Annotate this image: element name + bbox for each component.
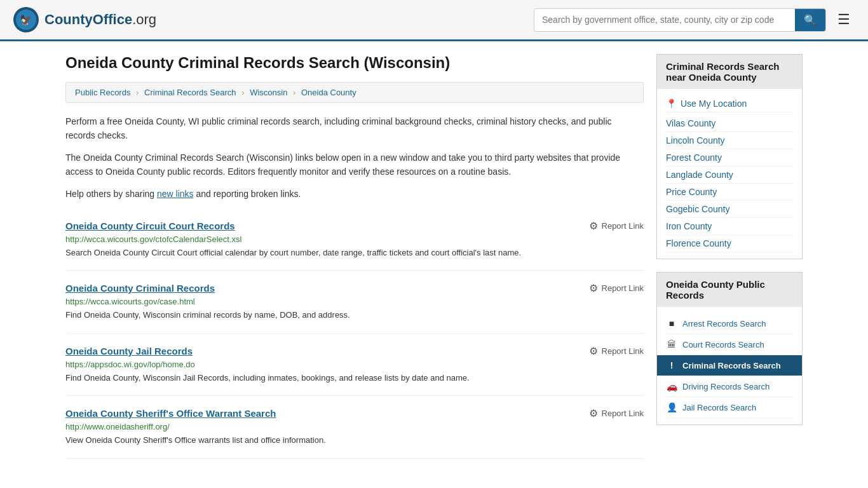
public-records-section: Oneida County Public Records ■ Arrest Re…: [656, 272, 803, 425]
list-item: Lincoln County: [666, 132, 793, 149]
main-container: Oneida County Criminal Records Search (W…: [53, 41, 815, 471]
report-link-0[interactable]: ⚙ Report Link: [589, 220, 644, 232]
report-link-3[interactable]: ⚙ Report Link: [589, 407, 644, 419]
nearby-section: Criminal Records Search near Oneida Coun…: [656, 54, 803, 259]
svg-text:🦅: 🦅: [20, 14, 32, 26]
court-icon: 🏛: [666, 339, 677, 349]
county-link-2[interactable]: Forest County: [666, 152, 722, 163]
list-item[interactable]: 🏛 Court Records Search: [666, 334, 793, 355]
menu-button[interactable]: ☰: [832, 9, 855, 30]
search-button[interactable]: 🔍: [795, 9, 825, 31]
record-url-1: https://wcca.wicourts.gov/case.html: [65, 297, 644, 306]
county-link-5[interactable]: Gogebic County: [666, 204, 729, 214]
arrest-records-link[interactable]: Arrest Records Search: [682, 319, 766, 329]
record-title-3[interactable]: Oneida County Sheriff's Office Warrant S…: [65, 408, 276, 419]
breadcrumb-wisconsin[interactable]: Wisconsin: [250, 88, 287, 97]
record-desc-2: Find Oneida County, Wisconsin Jail Recor…: [65, 372, 644, 384]
list-item[interactable]: ■ Arrest Records Search: [666, 313, 793, 334]
county-link-7[interactable]: Florence County: [666, 238, 731, 248]
content-area: Oneida County Criminal Records Search (W…: [65, 54, 644, 459]
use-my-location[interactable]: 📍 Use My Location: [666, 95, 793, 112]
list-item: Price County: [666, 184, 793, 201]
list-item[interactable]: 🚗 Driving Records Search: [666, 376, 793, 397]
site-logo-icon: 🦅: [13, 6, 39, 33]
public-records-section-title: Oneida County Public Records: [656, 272, 803, 307]
site-header: 🦅 CountyOffice.org 🔍 ☰: [0, 0, 868, 41]
criminal-icon: !: [666, 360, 677, 370]
location-pin-icon: 📍: [666, 98, 677, 109]
record-url-0: http://wcca.wicourts.gov/ctofcCalendarSe…: [65, 234, 644, 244]
list-item: Iron County: [666, 218, 793, 235]
driving-icon: 🚗: [666, 381, 677, 391]
report-icon-1: ⚙: [589, 282, 598, 294]
county-link-3[interactable]: Langlade County: [666, 170, 733, 180]
county-link-4[interactable]: Price County: [666, 187, 717, 197]
list-item: Gogebic County: [666, 201, 793, 218]
public-records-list: ■ Arrest Records Search 🏛 Court Records …: [666, 313, 793, 418]
list-item: Forest County: [666, 149, 793, 166]
description-1: Perform a free Oneida County, WI public …: [65, 114, 644, 143]
breadcrumb-oneida-county[interactable]: Oneida County: [301, 88, 356, 97]
jail-records-link[interactable]: Jail Records Search: [682, 403, 756, 412]
sidebar: Criminal Records Search near Oneida Coun…: [656, 54, 803, 459]
public-records-section-content: ■ Arrest Records Search 🏛 Court Records …: [656, 307, 803, 425]
record-entry: Oneida County Criminal Records ⚙ Report …: [65, 271, 644, 334]
logo-area: 🦅 CountyOffice.org: [13, 6, 156, 33]
record-entry: Oneida County Sheriff's Office Warrant S…: [65, 396, 644, 459]
header-right: 🔍 ☰: [534, 8, 855, 32]
report-icon-0: ⚙: [589, 220, 598, 232]
list-item: Florence County: [666, 235, 793, 252]
report-link-1[interactable]: ⚙ Report Link: [589, 282, 644, 294]
record-desc-1: Find Oneida County, Wisconsin criminal r…: [65, 309, 644, 322]
arrest-icon: ■: [666, 318, 677, 329]
record-title-1[interactable]: Oneida County Criminal Records: [65, 283, 215, 294]
record-entry: Oneida County Circuit Court Records ⚙ Re…: [65, 208, 644, 271]
list-item[interactable]: 👤 Jail Records Search: [666, 397, 793, 418]
report-icon-2: ⚙: [589, 345, 598, 357]
record-url-2: https://appsdoc.wi.gov/lop/home.do: [65, 360, 644, 369]
description-2: The Oneida County Criminal Records Searc…: [65, 151, 644, 179]
county-link-1[interactable]: Lincoln County: [666, 135, 725, 146]
driving-records-link[interactable]: Driving Records Search: [682, 382, 770, 391]
breadcrumb: Public Records › Criminal Records Search…: [65, 82, 644, 103]
criminal-records-link[interactable]: Criminal Records Search: [682, 361, 781, 370]
search-input[interactable]: [534, 10, 795, 30]
breadcrumb-public-records[interactable]: Public Records: [75, 88, 130, 97]
description-3: Help others by sharing new links and rep…: [65, 187, 644, 201]
list-item: Langlade County: [666, 166, 793, 184]
nearby-section-title: Criminal Records Search near Oneida Coun…: [656, 54, 803, 89]
report-link-2[interactable]: ⚙ Report Link: [589, 345, 644, 357]
page-title: Oneida County Criminal Records Search (W…: [65, 54, 644, 72]
nearby-section-content: 📍 Use My Location Vilas County Lincoln C…: [656, 89, 803, 259]
court-records-link[interactable]: Court Records Search: [682, 340, 764, 349]
county-link-0[interactable]: Vilas County: [666, 118, 715, 128]
record-url-3: http://www.oneidasheriff.org/: [65, 422, 644, 431]
new-links-link[interactable]: new links: [157, 189, 194, 199]
record-title-2[interactable]: Oneida County Jail Records: [65, 346, 193, 356]
record-title-0[interactable]: Oneida County Circuit Court Records: [65, 220, 235, 231]
list-item: Vilas County: [666, 115, 793, 132]
report-icon-3: ⚙: [589, 407, 598, 419]
record-desc-3: View Oneida County Sheriff's Office warr…: [65, 434, 644, 447]
breadcrumb-criminal-records-search[interactable]: Criminal Records Search: [144, 88, 236, 97]
jail-icon: 👤: [666, 402, 677, 412]
record-entry: Oneida County Jail Records ⚙ Report Link…: [65, 334, 644, 396]
county-link-6[interactable]: Iron County: [666, 221, 712, 231]
nearby-county-list: Vilas County Lincoln County Forest Count…: [666, 115, 793, 252]
record-desc-0: Search Oneida County Circuit Court offic…: [65, 247, 644, 259]
logo-text: CountyOffice.org: [44, 11, 156, 28]
list-item-active[interactable]: ! Criminal Records Search: [657, 355, 802, 376]
search-bar: 🔍: [534, 8, 826, 32]
